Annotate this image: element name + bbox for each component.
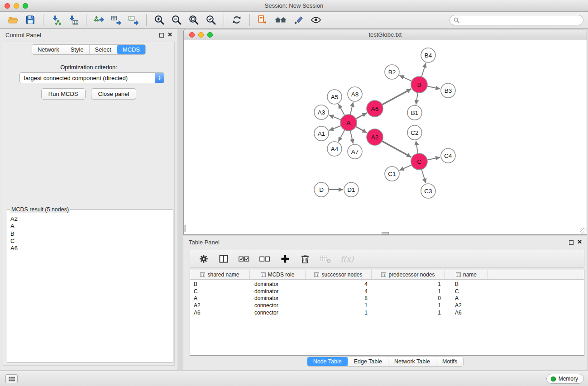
table-row[interactable]: A6connector11A6 bbox=[190, 309, 584, 316]
node-B1[interactable]: B1 bbox=[407, 105, 422, 120]
node-A[interactable]: A bbox=[340, 114, 357, 131]
edge-A-A2[interactable] bbox=[356, 127, 367, 133]
network-canvas-svg[interactable]: B4B2BB3A5A8A6B1A3AC2A1A2A4A7C4CC1C3DD1 bbox=[184, 40, 587, 234]
node-C[interactable]: C bbox=[411, 153, 427, 170]
mcds-result-item[interactable]: A bbox=[10, 223, 172, 230]
gear-button[interactable] bbox=[196, 253, 211, 265]
first-neighbors-button[interactable] bbox=[255, 14, 270, 26]
import-network-button[interactable] bbox=[49, 14, 63, 26]
brush-button[interactable] bbox=[292, 14, 306, 26]
task-history-button[interactable] bbox=[5, 374, 18, 383]
mcds-result-item[interactable]: A2 bbox=[10, 215, 172, 223]
float-panel-icon[interactable] bbox=[159, 33, 164, 38]
export-table-button[interactable] bbox=[109, 14, 124, 26]
edge-A-A3[interactable] bbox=[329, 115, 341, 119]
run-mcds-button[interactable]: Run MCDS bbox=[41, 88, 86, 100]
resize-handle[interactable] bbox=[184, 225, 186, 232]
edge-C-C3[interactable] bbox=[421, 169, 425, 183]
close-table-panel-icon[interactable]: ✕ bbox=[577, 238, 582, 245]
close-panel-icon[interactable]: ✕ bbox=[167, 31, 172, 38]
node-D1[interactable]: D1 bbox=[344, 182, 359, 197]
open-session-button[interactable] bbox=[6, 14, 20, 26]
search-input[interactable] bbox=[449, 15, 583, 25]
edge-A-A7[interactable] bbox=[350, 131, 353, 144]
node-C1[interactable]: C1 bbox=[385, 167, 399, 181]
tab-style[interactable]: Style bbox=[65, 45, 90, 54]
resize-handle[interactable] bbox=[382, 232, 389, 234]
table-row[interactable]: Cdominator41C bbox=[190, 288, 584, 295]
edge-C-C1[interactable] bbox=[399, 165, 411, 170]
window-resize-grip[interactable] bbox=[580, 228, 586, 234]
column-header-name[interactable]: name bbox=[445, 270, 488, 279]
criterion-dropdown[interactable]: largest connected component (directed) ▲… bbox=[19, 72, 164, 83]
tab-network[interactable]: Network bbox=[32, 45, 65, 54]
save-session-button[interactable] bbox=[23, 14, 38, 26]
memory-button[interactable]: Memory bbox=[546, 374, 584, 384]
function-builder-button[interactable]: f(x) bbox=[339, 253, 355, 264]
edge-B-B1[interactable] bbox=[416, 93, 418, 105]
table-row[interactable]: Bdominator41B bbox=[190, 281, 584, 288]
edge-A2-C[interactable] bbox=[382, 141, 411, 157]
column-header-predecessor-nodes[interactable]: predecessor nodes bbox=[372, 270, 445, 279]
table-tab-node-table[interactable]: Node Table bbox=[307, 357, 348, 366]
show-graphics-details-button[interactable] bbox=[309, 14, 323, 26]
edge-A-A8[interactable] bbox=[350, 102, 353, 115]
apply-layout-button[interactable] bbox=[229, 14, 244, 26]
column-header-successor-nodes[interactable]: successor nodes bbox=[306, 270, 372, 279]
zoom-fit-button[interactable] bbox=[186, 14, 201, 26]
table-row[interactable]: Adominator80A bbox=[190, 295, 584, 302]
node-A4[interactable]: A4 bbox=[327, 142, 342, 156]
zoom-selected-button[interactable] bbox=[204, 14, 218, 26]
edge-A-A5[interactable] bbox=[339, 104, 345, 115]
home-button[interactable] bbox=[272, 14, 289, 26]
node-A3[interactable]: A3 bbox=[314, 105, 329, 119]
node-B[interactable]: B bbox=[411, 76, 427, 93]
zoom-in-button[interactable] bbox=[152, 14, 167, 26]
table-tab-network-table[interactable]: Network Table bbox=[388, 357, 436, 366]
network-canvas[interactable]: B4B2BB3A5A8A6B1A3AC2A1A2A4A7C4CC1C3DD1 bbox=[184, 40, 587, 234]
table-tab-edge-table[interactable]: Edge Table bbox=[348, 357, 388, 366]
column-header-shared-name[interactable]: shared name bbox=[190, 270, 250, 279]
unselect-all-button[interactable] bbox=[257, 253, 272, 265]
edge-C-C4[interactable] bbox=[427, 157, 440, 160]
edge-B-B4[interactable] bbox=[421, 63, 425, 77]
show-columns-button[interactable] bbox=[216, 253, 231, 265]
node-C3[interactable]: C3 bbox=[421, 184, 435, 198]
node-C2[interactable]: C2 bbox=[407, 125, 422, 140]
float-table-panel-icon[interactable] bbox=[569, 240, 574, 245]
node-A7[interactable]: A7 bbox=[348, 144, 362, 159]
edge-A-A6[interactable] bbox=[356, 113, 367, 119]
node-D[interactable]: D bbox=[314, 182, 329, 197]
node-A5[interactable]: A5 bbox=[327, 90, 342, 104]
edge-A-A1[interactable] bbox=[329, 126, 341, 131]
tab-mcds[interactable]: MCDS bbox=[117, 45, 145, 54]
export-network-button[interactable] bbox=[92, 14, 106, 26]
add-column-button[interactable] bbox=[278, 253, 292, 265]
node-B2[interactable]: B2 bbox=[385, 65, 399, 79]
node-B3[interactable]: B3 bbox=[441, 83, 455, 98]
table-tab-motifs[interactable]: Motifs bbox=[436, 357, 463, 366]
mcds-result-item[interactable]: A6 bbox=[10, 245, 172, 252]
edge-A6-B[interactable] bbox=[382, 89, 411, 105]
node-A6[interactable]: A6 bbox=[367, 100, 383, 117]
node-A2[interactable]: A2 bbox=[367, 129, 383, 145]
column-header-MCDS-role[interactable]: MCDS role bbox=[250, 270, 306, 279]
export-image-button[interactable] bbox=[126, 14, 141, 26]
node-C4[interactable]: C4 bbox=[441, 148, 455, 163]
delete-columns-button[interactable] bbox=[298, 253, 312, 265]
select-all-button[interactable] bbox=[236, 253, 252, 265]
zoom-out-button[interactable] bbox=[169, 14, 184, 26]
node-B4[interactable]: B4 bbox=[421, 48, 435, 62]
tab-select[interactable]: Select bbox=[90, 45, 117, 54]
node-A1[interactable]: A1 bbox=[314, 126, 329, 141]
import-table-button[interactable] bbox=[66, 14, 81, 26]
edge-B-B2[interactable] bbox=[399, 76, 411, 81]
mcds-result-item[interactable]: C bbox=[10, 238, 172, 245]
delete-table-button[interactable] bbox=[318, 253, 333, 265]
table-row[interactable]: A2connector11A2 bbox=[190, 302, 584, 309]
mcds-result-item[interactable]: B bbox=[10, 230, 172, 238]
edge-C-C2[interactable] bbox=[416, 141, 418, 153]
edge-A-A4[interactable] bbox=[339, 130, 345, 142]
node-A8[interactable]: A8 bbox=[348, 87, 362, 101]
close-panel-button[interactable]: Close panel bbox=[91, 88, 137, 100]
